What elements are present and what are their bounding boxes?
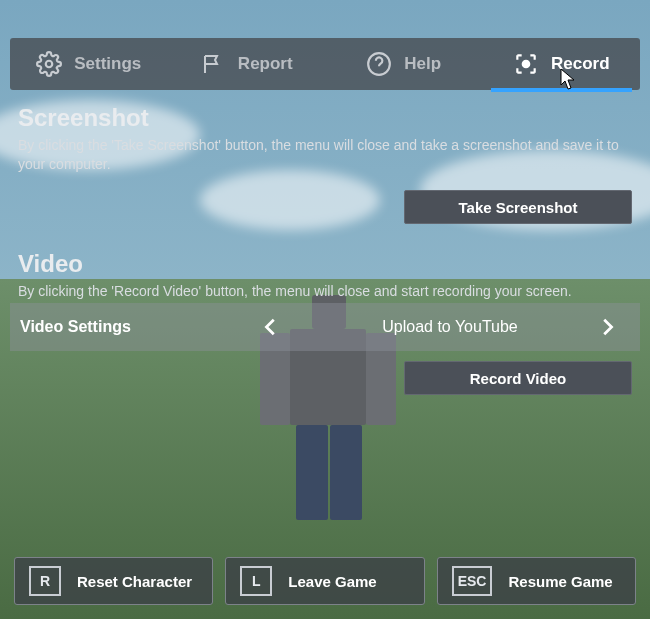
keycap: R <box>29 566 61 596</box>
game-viewport: Settings Report Help Record <box>0 0 650 619</box>
video-settings-prev[interactable] <box>260 316 304 338</box>
tab-help[interactable]: Help <box>325 38 483 90</box>
record-panel: Screenshot By clicking the 'Take Screens… <box>18 104 632 301</box>
flag-icon <box>200 51 226 77</box>
tab-settings[interactable]: Settings <box>10 38 168 90</box>
video-heading: Video <box>18 250 632 278</box>
button-label: Resume Game <box>508 573 612 590</box>
video-settings-next[interactable] <box>596 316 640 338</box>
video-settings-value: Upload to YouTube <box>304 318 596 336</box>
record-icon <box>513 51 539 77</box>
help-icon <box>366 51 392 77</box>
mouse-cursor-icon <box>560 68 578 90</box>
tab-label: Settings <box>74 54 141 74</box>
video-settings-row: Video Settings Upload to YouTube <box>10 303 640 351</box>
take-screenshot-button[interactable]: Take Screenshot <box>404 190 632 224</box>
video-settings-label: Video Settings <box>10 318 260 336</box>
gear-icon <box>36 51 62 77</box>
button-label: Leave Game <box>288 573 376 590</box>
tab-label: Help <box>404 54 441 74</box>
leave-game-button[interactable]: L Leave Game <box>225 557 424 605</box>
bottom-bar: R Reset Character L Leave Game ESC Resum… <box>14 557 636 605</box>
keycap: L <box>240 566 272 596</box>
keycap: ESC <box>452 566 493 596</box>
record-video-button[interactable]: Record Video <box>404 361 632 395</box>
svg-point-0 <box>46 61 53 68</box>
chevron-left-icon <box>260 316 304 338</box>
video-description: By clicking the 'Record Video' button, t… <box>18 282 632 301</box>
menu-overlay: Settings Report Help Record <box>0 0 650 619</box>
screenshot-heading: Screenshot <box>18 104 632 132</box>
tab-label: Report <box>238 54 293 74</box>
chevron-right-icon <box>596 316 640 338</box>
screenshot-description: By clicking the 'Take Screenshot' button… <box>18 136 632 174</box>
tab-report[interactable]: Report <box>168 38 326 90</box>
svg-point-3 <box>523 61 530 68</box>
reset-character-button[interactable]: R Reset Character <box>14 557 213 605</box>
button-label: Reset Character <box>77 573 192 590</box>
resume-game-button[interactable]: ESC Resume Game <box>437 557 636 605</box>
tab-bar: Settings Report Help Record <box>10 38 640 90</box>
